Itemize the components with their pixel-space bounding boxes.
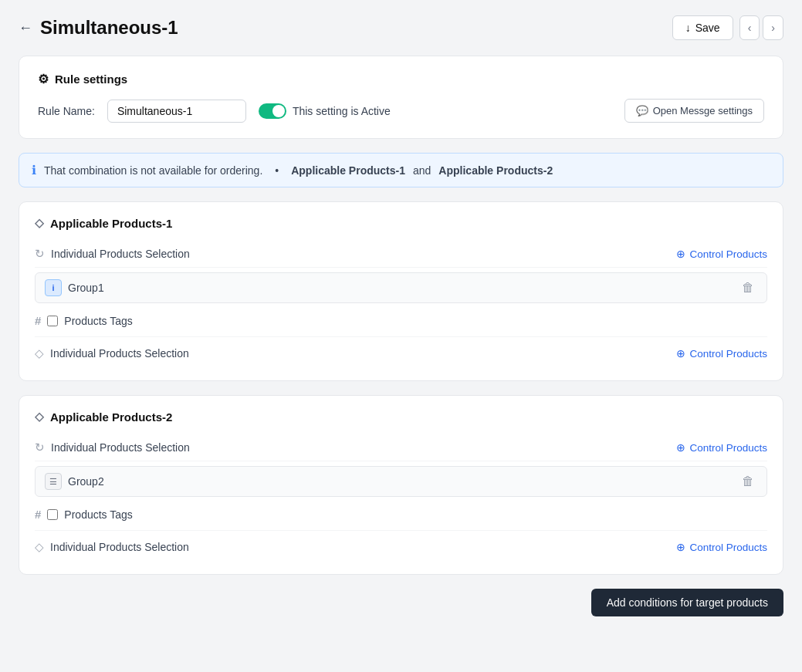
ap1-control-plus-icon-2: ⊕ [676, 347, 685, 360]
ap1-group1-delete-btn[interactable]: 🗑 [739, 279, 757, 296]
applicable-products-1-label: Applicable Products-1 [50, 217, 172, 230]
info-and: and [413, 164, 431, 177]
ap2-group2-item: ☰ Group2 🗑 [35, 466, 767, 497]
group1-label: Group1 [68, 282, 104, 294]
sync-icon-1: ↻ [35, 247, 45, 261]
ap2-individual-row-2: ◇ Individual Products Selection ⊕ Contro… [35, 534, 767, 560]
applicable-products-1-section: ◇ Applicable Products-1 ↻ Individual Pro… [19, 201, 783, 381]
diamond-icon-1: ◇ [35, 216, 44, 230]
ap1-control-products-btn-1[interactable]: ⊕ Control Products [676, 248, 767, 260]
ap2-tags-checkbox[interactable] [47, 509, 58, 520]
page-title-area: ← Simultaneous-1 [19, 17, 178, 39]
nav-arrows: ‹ › [739, 15, 783, 40]
ap1-divider [35, 336, 767, 337]
prev-button[interactable]: ‹ [739, 15, 760, 40]
ap1-tags-checkbox[interactable] [47, 316, 58, 326]
info-icon: ℹ [32, 163, 36, 177]
hash-icon-2: # [35, 508, 41, 521]
applicable-products-2-label: Applicable Products-2 [50, 410, 172, 424]
ap1-individual-label-2: Individual Products Selection [50, 347, 189, 360]
save-label: Save [695, 22, 720, 34]
ap1-row1-left: ↻ Individual Products Selection [35, 247, 190, 261]
ap1-tags-label: Products Tags [64, 315, 132, 327]
ap1-row2-left: ◇ Individual Products Selection [35, 346, 189, 360]
active-label: This setting is Active [293, 105, 391, 117]
diamond-icon-2: ◇ [35, 410, 44, 424]
ap2-control-plus-icon-2: ⊕ [676, 541, 685, 553]
back-button[interactable]: ← [19, 20, 32, 36]
ap2-individual-row-1: ↻ Individual Products Selection ⊕ Contro… [35, 434, 767, 461]
ap1-control-products-btn-2[interactable]: ⊕ Control Products [676, 347, 767, 360]
group2-label: Group2 [68, 475, 104, 488]
rule-settings-label: Rule settings [55, 73, 127, 86]
active-toggle[interactable] [259, 103, 286, 119]
ap2-control-plus-icon-1: ⊕ [676, 441, 685, 454]
ap2-control-products-btn-1[interactable]: ⊕ Control Products [676, 441, 767, 454]
ap1-individual-row-2: ◇ Individual Products Selection ⊕ Contro… [35, 340, 767, 366]
open-message-label: Open Messge settings [653, 105, 753, 117]
open-message-button[interactable]: 💬 Open Messge settings [624, 99, 764, 123]
info-product1: Applicable Products-1 [291, 164, 405, 177]
rule-name-input[interactable] [107, 100, 246, 123]
hash-icon-1: # [35, 314, 41, 327]
ap2-individual-label-2: Individual Products Selection [50, 541, 189, 553]
rule-settings-title: ⚙ Rule settings [38, 72, 764, 86]
sync-icon-2: ◇ [35, 346, 44, 360]
add-conditions-button[interactable]: Add conditions for target products [591, 589, 783, 616]
info-product2: Applicable Products-2 [438, 164, 553, 177]
ap1-individual-row-1: ↻ Individual Products Selection ⊕ Contro… [35, 241, 767, 268]
ap2-control-products-label-2: Control Products [689, 542, 767, 553]
sync-icon-3: ↻ [35, 441, 45, 454]
ap2-control-products-btn-2[interactable]: ⊕ Control Products [676, 541, 767, 553]
applicable-products-2-section: ◇ Applicable Products-2 ↻ Individual Pro… [19, 395, 783, 575]
rule-settings-card: ⚙ Rule settings Rule Name: This setting … [19, 56, 783, 139]
footer-area: Add conditions for target products [19, 589, 783, 616]
ap1-group1-left: i Group1 [45, 279, 104, 296]
applicable-products-1-title: ◇ Applicable Products-1 [35, 216, 767, 230]
ap1-tags-row: # Products Tags [35, 308, 767, 333]
ap1-group1-item: i Group1 🗑 [35, 272, 767, 303]
info-text: That combination is not available for or… [44, 164, 262, 177]
sync-icon-4: ◇ [35, 540, 44, 554]
next-button[interactable]: › [763, 15, 783, 40]
info-banner: ℹ That combination is not available for … [19, 153, 783, 187]
rule-name-label: Rule Name: [38, 105, 95, 117]
save-icon: ↓ [685, 22, 691, 34]
gear-icon: ⚙ [38, 72, 49, 86]
ap1-control-products-label-1: Control Products [689, 248, 767, 260]
info-dot: • [275, 164, 279, 177]
ap2-tags-label: Products Tags [64, 508, 132, 521]
header-actions: ↓ Save ‹ › [672, 15, 783, 40]
ap2-row1-left: ↻ Individual Products Selection [35, 441, 190, 454]
group1-icon: i [45, 279, 62, 296]
applicable-products-2-title: ◇ Applicable Products-2 [35, 410, 767, 424]
ap1-control-plus-icon-1: ⊕ [676, 248, 685, 260]
active-badge: This setting is Active [259, 103, 391, 119]
ap2-group2-delete-btn[interactable]: 🗑 [739, 473, 757, 490]
ap2-row2-left: ◇ Individual Products Selection [35, 540, 189, 554]
ap1-individual-label-1: Individual Products Selection [51, 248, 190, 260]
message-icon: 💬 [636, 105, 648, 117]
ap2-tags-row: # Products Tags [35, 501, 767, 527]
ap2-group2-left: ☰ Group2 [45, 473, 104, 490]
ap2-divider [35, 530, 767, 531]
group2-icon: ☰ [45, 473, 62, 490]
page-header: ← Simultaneous-1 ↓ Save ‹ › [19, 15, 783, 40]
ap1-control-products-label-2: Control Products [689, 348, 767, 360]
page-title: Simultaneous-1 [40, 17, 178, 39]
save-button[interactable]: ↓ Save [672, 15, 733, 40]
ap2-individual-label-1: Individual Products Selection [51, 441, 190, 454]
ap2-control-products-label-1: Control Products [689, 442, 767, 454]
